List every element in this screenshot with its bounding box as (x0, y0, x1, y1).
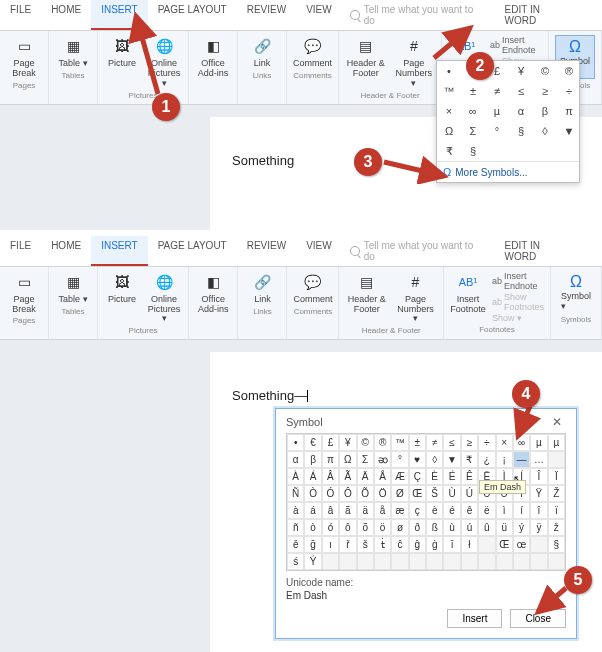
symbol-grid-cell[interactable]: Œ (496, 536, 513, 553)
comment-button[interactable]: 💬Comment (293, 271, 332, 305)
symbol-grid-cell[interactable]: ī (443, 536, 460, 553)
symbol-grid-cell[interactable]: ô (339, 519, 356, 536)
symbol-cell[interactable]: ° (485, 121, 509, 141)
office-addins-button[interactable]: ◧Office Add-ins (195, 271, 231, 315)
symbol-grid-cell[interactable]: Ç (409, 468, 426, 485)
symbol-button[interactable]: ΩSymbol ▾ (557, 271, 595, 313)
symbol-cell[interactable]: ≠ (485, 81, 509, 101)
symbol-grid-cell[interactable]: ▼ (443, 451, 460, 468)
symbol-grid-cell[interactable]: £ (322, 434, 339, 451)
symbol-grid-cell[interactable]: ≠ (426, 434, 443, 451)
tab-pagelayout[interactable]: PAGE LAYOUT (148, 236, 237, 266)
symbol-grid-cell[interactable]: Ù (443, 485, 460, 502)
link-button[interactable]: 🔗Link (244, 271, 280, 305)
symbol-grid-cell[interactable]: ¡ (496, 451, 513, 468)
symbol-cell[interactable]: ¥ (509, 61, 533, 81)
symbol-cell[interactable]: ™ (437, 81, 461, 101)
symbol-grid-cell[interactable]: ù (443, 519, 460, 536)
symbol-grid-cell[interactable]: à (287, 502, 304, 519)
tab-insert[interactable]: INSERT (91, 0, 148, 30)
symbol-grid-cell[interactable]: ṫ (374, 536, 391, 553)
tell-me-search[interactable]: Tell me what you want to do (342, 236, 495, 266)
insert-endnote-button[interactable]: abInsert Endnote (492, 271, 544, 291)
symbol-grid-cell[interactable]: Å (374, 468, 391, 485)
tab-review[interactable]: REVIEW (237, 0, 296, 30)
symbol-grid-cell[interactable]: è (426, 502, 443, 519)
symbol-grid-cell[interactable]: ł (461, 536, 478, 553)
symbol-grid-cell[interactable]: ò (304, 519, 321, 536)
page-break-button[interactable]: ▭Page Break (6, 271, 42, 315)
symbol-grid-cell[interactable]: ř (339, 536, 356, 553)
symbol-grid-cell[interactable]: ¥ (339, 434, 356, 451)
symbol-grid-cell[interactable]: Ï (548, 468, 565, 485)
symbol-grid-cell[interactable]: ¿ (478, 451, 495, 468)
symbol-grid-cell[interactable]: ĉ (391, 536, 408, 553)
tab-insert[interactable]: INSERT (91, 236, 148, 266)
symbol-grid-cell[interactable]: ® (374, 434, 391, 451)
insert-endnote-button[interactable]: abInsert Endnote (490, 35, 542, 55)
header-footer-button[interactable]: ▤Header & Footer (345, 35, 387, 79)
symbol-grid-cell[interactable]: š (357, 536, 374, 553)
symbol-grid-cell[interactable]: Œ (409, 485, 426, 502)
symbol-grid-cell[interactable]: Ô (339, 485, 356, 502)
tab-view[interactable]: VIEW (296, 236, 342, 266)
symbol-grid-cell[interactable]: Ø (391, 485, 408, 502)
page-numbers-button[interactable]: #Page Numbers ▾ (393, 35, 435, 89)
page-break-button[interactable]: ▭Page Break (6, 35, 42, 79)
symbol-grid-cell[interactable]: µ (548, 434, 565, 451)
symbol-grid-cell[interactable]: ž (548, 519, 565, 536)
symbol-cell[interactable]: ≥ (533, 81, 557, 101)
symbol-grid-cell[interactable]: ᴔ (374, 451, 391, 468)
symbol-cell[interactable]: × (437, 101, 461, 121)
insert-footnote-button[interactable]: AB¹Insert Footnote (450, 271, 486, 315)
symbol-cell[interactable]: ∞ (461, 101, 485, 121)
symbol-grid-cell[interactable]: ≤ (443, 434, 460, 451)
symbol-grid-cell[interactable]: Ÿ (530, 485, 547, 502)
tell-me-search[interactable]: Tell me what you want to do (342, 0, 495, 30)
symbol-cell[interactable]: ₹ (437, 141, 461, 161)
symbol-grid-cell[interactable]: Σ (357, 451, 374, 468)
symbol-grid-cell[interactable]: æ (391, 502, 408, 519)
symbol-grid-cell[interactable]: ∞ (513, 434, 530, 451)
symbol-grid-cell[interactable]: û (478, 519, 495, 536)
symbol-cell[interactable]: Σ (461, 121, 485, 141)
symbol-grid-cell[interactable]: ÿ (530, 519, 547, 536)
symbol-grid-cell[interactable]: ś (287, 553, 304, 570)
symbol-cell[interactable]: ≤ (509, 81, 533, 101)
symbol-grid-cell[interactable]: Á (304, 468, 321, 485)
symbol-grid-cell[interactable]: À (287, 468, 304, 485)
online-pictures-button[interactable]: 🌐Online Pictures ▾ (146, 35, 182, 89)
symbol-grid-cell[interactable]: ™ (391, 434, 408, 451)
symbol-grid-cell[interactable]: © (357, 434, 374, 451)
symbol-grid-cell[interactable]: — (513, 451, 530, 468)
symbol-grid-cell[interactable]: ì (496, 502, 513, 519)
symbol-grid-cell[interactable]: Š (426, 485, 443, 502)
picture-button[interactable]: 🖼Picture (104, 271, 140, 305)
symbol-grid-cell[interactable]: Ò (304, 485, 321, 502)
symbol-grid-cell[interactable]: ≥ (461, 434, 478, 451)
symbol-grid-cell[interactable]: õ (357, 519, 374, 536)
symbol-grid-cell[interactable]: § (548, 536, 565, 553)
close-button[interactable]: Close (510, 609, 566, 628)
show-footnotes-button[interactable]: abShow Footnotes (492, 292, 544, 312)
symbol-grid-cell[interactable]: µ (530, 434, 547, 451)
symbol-grid-cell[interactable]: œ (513, 536, 530, 553)
symbol-cell[interactable]: Ω (437, 121, 461, 141)
symbol-grid-cell[interactable]: α (287, 451, 304, 468)
symbol-grid-cell[interactable]: Ö (374, 485, 391, 502)
table-button[interactable]: ▦Table ▾ (55, 271, 91, 305)
close-icon[interactable]: ✕ (548, 415, 566, 429)
symbol-grid-cell[interactable]: á (304, 502, 321, 519)
symbol-grid-cell[interactable]: ü (496, 519, 513, 536)
tab-file[interactable]: FILE (0, 0, 41, 30)
symbol-grid-cell[interactable]: Ä (357, 468, 374, 485)
symbol-grid-cell[interactable]: É (443, 468, 460, 485)
symbol-grid-cell[interactable]: í (513, 502, 530, 519)
tab-home[interactable]: HOME (41, 236, 91, 266)
link-button[interactable]: 🔗Link (244, 35, 280, 69)
picture-button[interactable]: 🖼Picture (104, 35, 140, 69)
symbol-grid-cell[interactable]: Ã (339, 468, 356, 485)
symbol-grid-cell[interactable]: • (287, 434, 304, 451)
symbol-cell[interactable]: ▼ (557, 121, 581, 141)
symbol-grid-cell[interactable]: ý (513, 519, 530, 536)
